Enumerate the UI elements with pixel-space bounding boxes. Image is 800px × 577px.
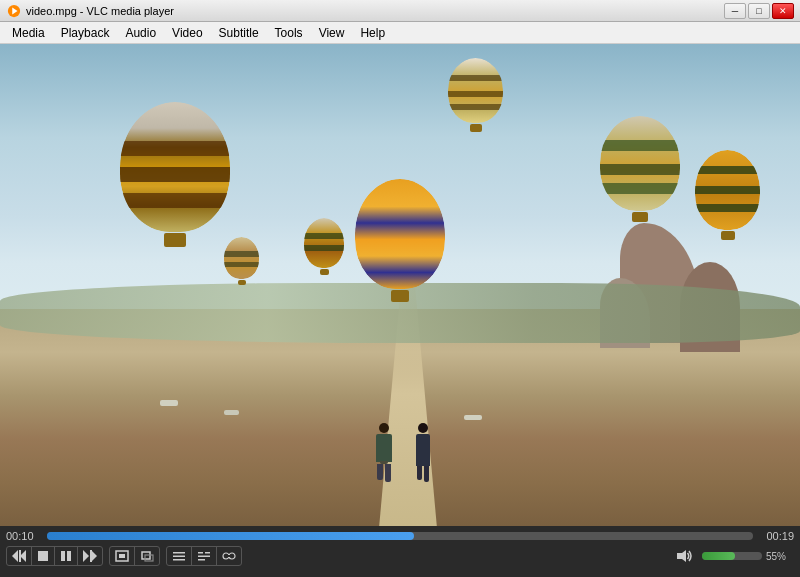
svg-marker-2: [12, 550, 18, 562]
balloon-2-basket: [391, 290, 409, 302]
svg-marker-25: [677, 550, 686, 562]
maximize-button[interactable]: □: [748, 3, 770, 19]
svg-rect-20: [198, 556, 210, 558]
buttons-row: 55%: [6, 546, 794, 566]
extra-controls: [166, 546, 242, 566]
svg-rect-12: [119, 554, 125, 558]
vehicle-3: [464, 415, 482, 420]
volume-area: 55%: [672, 547, 794, 565]
close-button[interactable]: ✕: [772, 3, 794, 19]
svg-rect-16: [173, 556, 185, 558]
svg-rect-19: [205, 552, 210, 554]
svg-rect-14: [145, 555, 153, 561]
svg-rect-18: [198, 552, 203, 554]
menubar: Media Playback Audio Video Subtitle Tool…: [0, 22, 800, 44]
menu-tools[interactable]: Tools: [267, 24, 311, 42]
svg-rect-24: [226, 555, 232, 557]
balloon-6: [304, 218, 344, 275]
svg-rect-15: [173, 552, 185, 554]
person-1: [376, 423, 400, 483]
fullscreen-button[interactable]: [110, 547, 135, 565]
time-total: 00:19: [759, 530, 794, 542]
video-display[interactable]: [0, 44, 800, 526]
progress-fill: [47, 532, 414, 540]
person-2: [416, 423, 430, 483]
balloon-4: [600, 116, 680, 222]
play-pause-button[interactable]: [55, 547, 78, 565]
next-button[interactable]: [78, 547, 102, 565]
effects-button[interactable]: [217, 547, 241, 565]
menu-view[interactable]: View: [311, 24, 353, 42]
volume-bar[interactable]: [702, 552, 762, 560]
video-canvas: [0, 44, 800, 526]
stop-button[interactable]: [32, 547, 55, 565]
progress-area: 00:10 00:19: [6, 530, 794, 542]
menu-subtitle[interactable]: Subtitle: [211, 24, 267, 42]
balloon-4-basket: [632, 212, 648, 222]
balloon-2: [355, 179, 445, 302]
balloon-1: [120, 102, 230, 247]
playlist-button[interactable]: [167, 547, 192, 565]
menu-audio[interactable]: Audio: [117, 24, 164, 42]
balloon-7: [224, 237, 259, 285]
volume-label: 55%: [766, 551, 794, 562]
vehicle-2: [224, 410, 239, 415]
svg-rect-21: [198, 559, 205, 561]
svg-marker-10: [91, 550, 97, 562]
balloon-6-basket: [320, 269, 329, 275]
window-controls: ─ □ ✕: [724, 3, 794, 19]
minimize-button[interactable]: ─: [724, 3, 746, 19]
volume-button[interactable]: [672, 547, 698, 565]
menu-help[interactable]: Help: [352, 24, 393, 42]
svg-rect-7: [67, 551, 71, 561]
windowed-button[interactable]: [135, 547, 159, 565]
menu-playback[interactable]: Playback: [53, 24, 118, 42]
titlebar: video.mpg - VLC media player ─ □ ✕: [0, 0, 800, 22]
prev-button[interactable]: [7, 547, 32, 565]
progress-bar[interactable]: [47, 532, 753, 540]
menu-media[interactable]: Media: [4, 24, 53, 42]
app-icon: [6, 3, 22, 19]
balloon-3: [448, 58, 503, 132]
window-title: video.mpg - VLC media player: [26, 5, 724, 17]
view-controls: [109, 546, 160, 566]
time-elapsed: 00:10: [6, 530, 41, 542]
balloon-7-basket: [238, 280, 246, 285]
svg-marker-8: [83, 550, 89, 562]
balloon-3-basket: [470, 124, 482, 132]
vehicle-1: [160, 400, 178, 406]
svg-rect-6: [61, 551, 65, 561]
transport-controls: [6, 546, 103, 566]
control-bar: 00:10 00:19: [0, 526, 800, 577]
menu-video[interactable]: Video: [164, 24, 210, 42]
extended-button[interactable]: [192, 547, 217, 565]
balloon-5-basket: [721, 231, 735, 240]
svg-rect-17: [173, 559, 185, 561]
balloon-1-basket: [164, 233, 186, 247]
balloon-5: [695, 150, 760, 240]
svg-rect-5: [38, 551, 48, 561]
volume-fill: [702, 552, 735, 560]
